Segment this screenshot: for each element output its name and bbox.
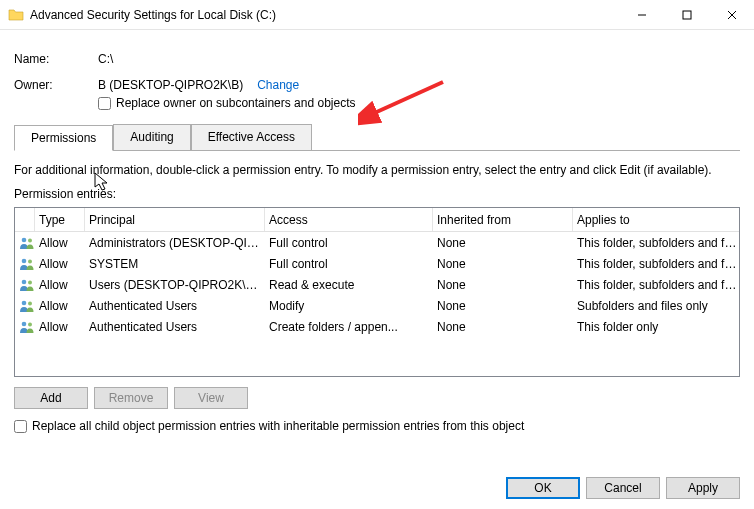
cell-access: Full control bbox=[265, 236, 433, 250]
cell-inherited: None bbox=[433, 299, 573, 313]
svg-rect-1 bbox=[683, 11, 691, 19]
people-icon bbox=[15, 257, 35, 271]
people-icon bbox=[15, 299, 35, 313]
folder-icon bbox=[8, 7, 24, 23]
tab-auditing[interactable]: Auditing bbox=[113, 124, 190, 151]
col-principal[interactable]: Principal bbox=[85, 208, 265, 231]
cell-type: Allow bbox=[35, 278, 85, 292]
svg-point-5 bbox=[28, 238, 32, 242]
svg-point-4 bbox=[22, 237, 27, 242]
cell-principal: SYSTEM bbox=[85, 257, 265, 271]
cell-type: Allow bbox=[35, 257, 85, 271]
apply-button[interactable]: Apply bbox=[666, 477, 740, 499]
info-text: For additional information, double-click… bbox=[14, 163, 740, 177]
table-row[interactable]: AllowAdministrators (DESKTOP-QIP...Full … bbox=[15, 232, 739, 253]
replace-owner-label: Replace owner on subcontainers and objec… bbox=[116, 96, 355, 110]
col-inherited[interactable]: Inherited from bbox=[433, 208, 573, 231]
replace-all-label: Replace all child object permission entr… bbox=[32, 419, 524, 433]
people-icon bbox=[15, 278, 35, 292]
cell-type: Allow bbox=[35, 299, 85, 313]
svg-point-12 bbox=[22, 321, 27, 326]
add-button[interactable]: Add bbox=[14, 387, 88, 409]
owner-label: Owner: bbox=[14, 78, 98, 92]
svg-point-7 bbox=[28, 259, 32, 263]
cell-applies: This folder, subfolders and files bbox=[573, 278, 739, 292]
remove-button[interactable]: Remove bbox=[94, 387, 168, 409]
window-title: Advanced Security Settings for Local Dis… bbox=[30, 8, 276, 22]
svg-point-11 bbox=[28, 301, 32, 305]
permission-entries-label: Permission entries: bbox=[14, 187, 740, 201]
col-type[interactable]: Type bbox=[35, 208, 85, 231]
table-row[interactable]: AllowUsers (DESKTOP-QIPRO2K\Us...Read & … bbox=[15, 274, 739, 295]
cancel-button[interactable]: Cancel bbox=[586, 477, 660, 499]
tab-effective-access[interactable]: Effective Access bbox=[191, 124, 312, 151]
table-row[interactable]: AllowAuthenticated UsersCreate folders /… bbox=[15, 316, 739, 337]
cell-access: Read & execute bbox=[265, 278, 433, 292]
name-value: C:\ bbox=[98, 52, 113, 66]
cell-applies: This folder, subfolders and files bbox=[573, 236, 739, 250]
table-row[interactable]: AllowAuthenticated UsersModifyNoneSubfol… bbox=[15, 295, 739, 316]
col-access[interactable]: Access bbox=[265, 208, 433, 231]
cell-inherited: None bbox=[433, 278, 573, 292]
cell-principal: Administrators (DESKTOP-QIP... bbox=[85, 236, 265, 250]
tab-permissions[interactable]: Permissions bbox=[14, 125, 113, 151]
cell-applies: This folder only bbox=[573, 320, 739, 334]
tab-strip: Permissions Auditing Effective Access bbox=[14, 124, 740, 151]
permission-grid[interactable]: Type Principal Access Inherited from App… bbox=[14, 207, 740, 377]
people-icon bbox=[15, 236, 35, 250]
change-owner-link[interactable]: Change bbox=[257, 78, 299, 92]
svg-point-13 bbox=[28, 322, 32, 326]
cell-inherited: None bbox=[433, 320, 573, 334]
minimize-button[interactable] bbox=[619, 0, 664, 29]
owner-value: B (DESKTOP-QIPRO2K\B) bbox=[98, 78, 243, 92]
svg-point-6 bbox=[22, 258, 27, 263]
cell-principal: Authenticated Users bbox=[85, 299, 265, 313]
window-controls bbox=[619, 0, 754, 29]
cell-type: Allow bbox=[35, 320, 85, 334]
name-label: Name: bbox=[14, 52, 98, 66]
replace-owner-checkbox[interactable] bbox=[98, 97, 111, 110]
cell-access: Create folders / appen... bbox=[265, 320, 433, 334]
col-applies[interactable]: Applies to bbox=[573, 208, 739, 231]
replace-all-checkbox[interactable] bbox=[14, 420, 27, 433]
cell-inherited: None bbox=[433, 236, 573, 250]
cell-access: Full control bbox=[265, 257, 433, 271]
cell-inherited: None bbox=[433, 257, 573, 271]
svg-point-9 bbox=[28, 280, 32, 284]
svg-point-8 bbox=[22, 279, 27, 284]
cell-type: Allow bbox=[35, 236, 85, 250]
cell-access: Modify bbox=[265, 299, 433, 313]
maximize-button[interactable] bbox=[664, 0, 709, 29]
cell-principal: Authenticated Users bbox=[85, 320, 265, 334]
table-row[interactable]: AllowSYSTEMFull controlNoneThis folder, … bbox=[15, 253, 739, 274]
cell-applies: This folder, subfolders and files bbox=[573, 257, 739, 271]
view-button[interactable]: View bbox=[174, 387, 248, 409]
ok-button[interactable]: OK bbox=[506, 477, 580, 499]
titlebar: Advanced Security Settings for Local Dis… bbox=[0, 0, 754, 30]
cell-applies: Subfolders and files only bbox=[573, 299, 739, 313]
grid-header: Type Principal Access Inherited from App… bbox=[15, 208, 739, 232]
cell-principal: Users (DESKTOP-QIPRO2K\Us... bbox=[85, 278, 265, 292]
svg-point-10 bbox=[22, 300, 27, 305]
close-button[interactable] bbox=[709, 0, 754, 29]
people-icon bbox=[15, 320, 35, 334]
